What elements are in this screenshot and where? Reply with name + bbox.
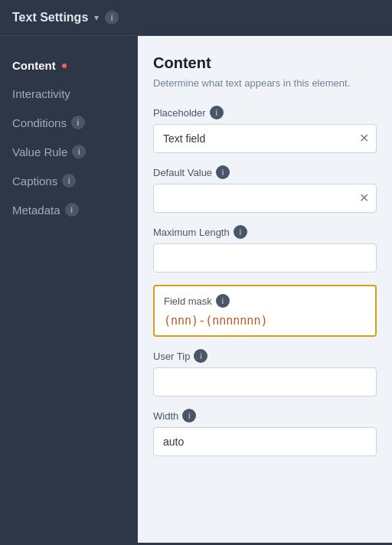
sidebar-item-label: Conditions [12,116,67,129]
sidebar: Content Interactivity Conditions i Value… [0,36,138,543]
sidebar-item-value-rule[interactable]: Value Rule i [0,137,137,166]
sidebar-item-label: Value Rule [12,145,67,158]
field-mask-value[interactable]: (nnn)-(nnnnnnn) [164,314,366,328]
sidebar-item-label: Interactivity [12,87,70,100]
width-info-icon[interactable]: i [182,409,196,423]
captions-info-icon[interactable]: i [62,174,76,188]
field-mask-group: Field mask i (nnn)-(nnnnnnn) [153,285,377,337]
user-tip-label: User Tip i [153,349,377,363]
default-value-clear-icon[interactable]: ✕ [359,192,369,204]
sidebar-item-label: Content [12,59,56,72]
default-value-label: Default Value i [153,165,377,179]
user-tip-input[interactable] [153,367,377,397]
sidebar-item-interactivity[interactable]: Interactivity [0,80,137,108]
metadata-info-icon[interactable]: i [65,203,79,217]
max-length-info-icon[interactable]: i [234,225,247,239]
sidebar-item-captions[interactable]: Captions i [0,166,137,195]
main-title: Content [153,54,377,72]
conditions-info-icon[interactable]: i [71,116,85,129]
header-title: Text Settings [12,11,88,24]
width-field-group: Width i [153,409,377,456]
layout: Content Interactivity Conditions i Value… [0,36,392,543]
user-tip-input-wrapper [153,367,377,397]
sidebar-item-content[interactable]: Content [0,51,137,80]
placeholder-input[interactable] [153,124,377,153]
placeholder-input-wrapper: ✕ [153,124,377,153]
width-label: Width i [153,409,377,423]
max-length-input-wrapper [153,243,377,272]
placeholder-info-icon[interactable]: i [210,106,224,119]
placeholder-label: Placeholder i [153,106,377,119]
placeholder-field-group: Placeholder i ✕ [153,106,377,153]
user-tip-info-icon[interactable]: i [194,349,207,363]
content-required-dot [62,64,67,68]
default-value-info-icon[interactable]: i [216,165,230,179]
max-length-field-group: Maximum Length i [153,225,377,272]
user-tip-field-group: User Tip i [153,349,377,397]
header-chevron-icon[interactable]: ▾ [94,12,99,23]
sidebar-item-metadata[interactable]: Metadata i [0,195,137,224]
max-length-label: Maximum Length i [153,225,377,239]
field-mask-label: Field mask i [164,294,366,308]
value-rule-info-icon[interactable]: i [72,145,86,158]
header-info-icon[interactable]: i [105,11,119,24]
field-mask-info-icon[interactable]: i [216,294,230,308]
default-value-field-group: Default Value i ✕ [153,165,377,213]
sidebar-item-label: Captions [12,175,57,188]
main-panel: Content Determine what text appears in t… [138,36,392,543]
sidebar-item-conditions[interactable]: Conditions i [0,108,137,137]
main-subtitle: Determine what text appears in this elem… [153,77,377,90]
width-input[interactable] [153,427,377,456]
placeholder-clear-icon[interactable]: ✕ [359,132,369,145]
default-value-input-wrapper: ✕ [153,184,377,213]
width-input-wrapper [153,427,377,456]
sidebar-item-label: Metadata [12,204,60,217]
default-value-input[interactable] [153,184,377,213]
max-length-input[interactable] [153,243,377,272]
header: Text Settings ▾ i [0,0,392,36]
